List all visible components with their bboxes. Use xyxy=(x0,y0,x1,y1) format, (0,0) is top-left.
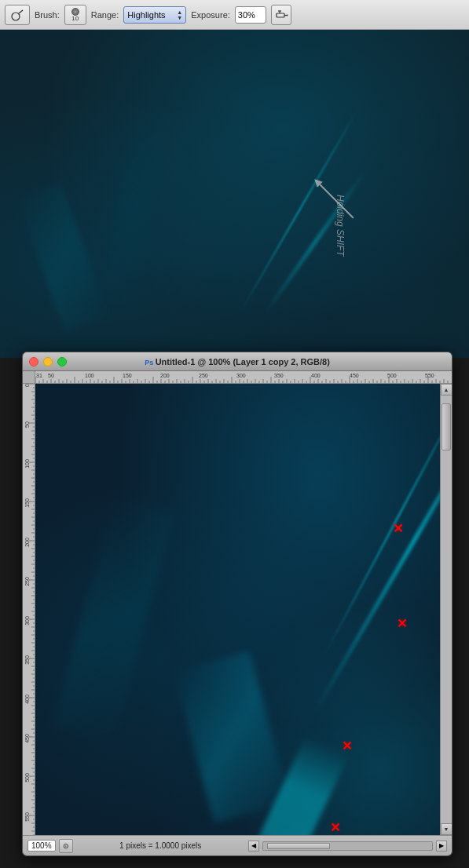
maximize-button[interactable] xyxy=(57,357,67,367)
red-marker-2: ✕ xyxy=(397,616,407,631)
svg-point-4 xyxy=(286,14,288,16)
ruler-v-svg: 050100150200250300350400450500550 xyxy=(23,384,35,835)
svg-text:100: 100 xyxy=(85,373,94,378)
ruler-corner xyxy=(23,371,35,384)
window-title: Ps Untitled-1 @ 100% (Layer 1 copy 2, RG… xyxy=(145,357,330,367)
scrollbar-v-thumb[interactable] xyxy=(442,403,451,450)
svg-text:350: 350 xyxy=(274,373,284,378)
scrollbar-v-track[interactable] xyxy=(441,396,452,823)
red-marker-4: ✕ xyxy=(330,820,340,835)
main-toolbar: Brush: 10 Range: Highlights ▲ ▼ Exposure… xyxy=(0,0,469,30)
svg-line-1 xyxy=(19,10,23,13)
svg-text:200: 200 xyxy=(160,373,170,378)
scrollbar-down-button[interactable]: ▼ xyxy=(441,823,453,835)
ps-scrollbar-vertical[interactable]: ▲ ▼ xyxy=(440,384,452,835)
svg-text:400: 400 xyxy=(311,373,321,378)
exposure-value: 30% xyxy=(238,10,255,20)
scrollbar-up-button[interactable]: ▲ xyxy=(441,384,453,396)
scrollbar-h-thumb[interactable] xyxy=(267,843,330,849)
red-marker-1: ✕ xyxy=(393,521,403,536)
ps-icon: Ps xyxy=(145,359,156,367)
ps-canvas-viewport[interactable]: ✕ ✕ ✕ ✕ xyxy=(35,384,440,835)
holding-shift-text: Holding SHIFT xyxy=(335,195,346,257)
status-preview-button[interactable]: ⊙ xyxy=(59,839,73,853)
status-arrow-left[interactable]: ◀ xyxy=(248,841,259,852)
svg-text:400: 400 xyxy=(24,695,30,704)
red-marker-3: ✕ xyxy=(342,739,352,753)
range-dropdown[interactable]: Highlights ▲ ▼ xyxy=(123,6,186,24)
svg-text:100: 100 xyxy=(24,459,30,469)
svg-text:300: 300 xyxy=(24,616,30,625)
svg-text:250: 250 xyxy=(24,577,30,586)
ps-canvas: ✕ ✕ ✕ ✕ xyxy=(35,384,440,835)
range-label: Range: xyxy=(91,10,119,20)
range-dropdown-arrows: ▲ ▼ xyxy=(177,9,182,20)
svg-text:350: 350 xyxy=(24,655,30,665)
svg-rect-126 xyxy=(23,384,35,835)
zoom-level[interactable]: 100% xyxy=(27,840,56,852)
dodge-tool-button[interactable] xyxy=(5,5,30,25)
photoshop-window: Ps Untitled-1 @ 100% (Layer 1 copy 2, RG… xyxy=(22,352,453,856)
svg-text:50: 50 xyxy=(48,373,54,378)
airbrush-button[interactable] xyxy=(271,5,291,25)
window-title-text: Untitled-1 @ 100% (Layer 1 copy 2, RGB/8… xyxy=(156,357,330,367)
ps-statusbar: 100% ⊙ 1 pixels = 1.0000 pixels ◀ ▶ xyxy=(23,835,452,855)
svg-text:550: 550 xyxy=(425,373,434,378)
exposure-input[interactable]: 30% xyxy=(235,6,266,24)
svg-rect-2 xyxy=(277,13,284,17)
svg-text:450: 450 xyxy=(350,373,359,378)
ps-titlebar: Ps Untitled-1 @ 100% (Layer 1 copy 2, RG… xyxy=(23,352,452,371)
svg-text:50: 50 xyxy=(24,421,30,428)
brush-size-widget[interactable]: 10 xyxy=(64,5,86,25)
svg-text:500: 500 xyxy=(387,373,397,378)
close-button[interactable] xyxy=(29,357,38,367)
minimize-button[interactable] xyxy=(43,357,53,367)
svg-text:150: 150 xyxy=(24,498,30,508)
svg-text:450: 450 xyxy=(24,734,30,743)
ruler-h-svg: 3150100150200250300350400450500550 xyxy=(35,371,452,383)
svg-text:550: 550 xyxy=(24,812,30,822)
svg-text:500: 500 xyxy=(24,773,30,782)
ps-content-area: 050100150200250300350400450500550 ✕ ✕ ✕ … xyxy=(23,384,452,835)
main-canvas-area: Holding SHIFT xyxy=(0,30,469,358)
svg-text:250: 250 xyxy=(199,373,208,378)
svg-text:0: 0 xyxy=(24,384,30,387)
svg-text:300: 300 xyxy=(236,373,246,378)
status-info-text: 1 pixels = 1.0000 pixels xyxy=(76,841,245,850)
status-arrow-right[interactable]: ▶ xyxy=(436,841,447,852)
scrollbar-h-track[interactable] xyxy=(262,841,433,851)
svg-text:150: 150 xyxy=(123,373,132,378)
ps-ruler-horizontal: 3150100150200250300350400450500550 xyxy=(23,371,452,384)
ps-ruler-vertical: 050100150200250300350400450500550 xyxy=(23,384,35,835)
svg-text:200: 200 xyxy=(24,538,30,547)
range-value: Highlights xyxy=(127,10,174,20)
brush-label: Brush: xyxy=(35,10,60,20)
exposure-label: Exposure: xyxy=(191,10,230,20)
svg-text:31: 31 xyxy=(36,373,42,378)
brush-dot-icon xyxy=(71,8,79,16)
svg-point-0 xyxy=(12,13,20,20)
brush-size-value: 10 xyxy=(71,16,79,22)
